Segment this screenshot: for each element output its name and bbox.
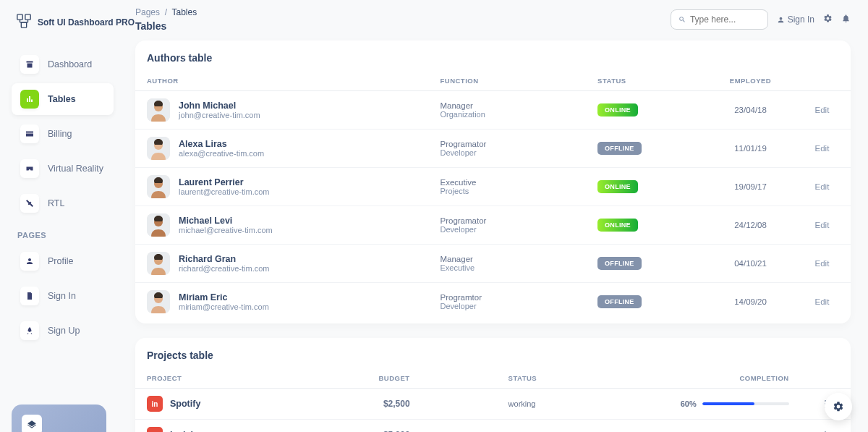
svg-rect-2: [21, 22, 26, 27]
main-content: Pages / Tables Tables Sign In A: [127, 0, 868, 432]
settings-fab[interactable]: [825, 393, 852, 420]
search-icon: [678, 15, 686, 24]
edit-link[interactable]: Edit: [793, 245, 851, 283]
author-subfunction: Developer: [440, 148, 574, 157]
nav-item-label: Billing: [48, 129, 72, 139]
status-badge: ONLINE: [597, 180, 638, 193]
nav-item-dashboard[interactable]: Dashboard: [12, 48, 114, 80]
edit-link[interactable]: Edit: [793, 283, 851, 321]
employed-date: 23/04/18: [707, 91, 793, 130]
svg-rect-1: [25, 14, 30, 20]
author-name: Richard Gran: [179, 254, 269, 264]
breadcrumb-current: Tables: [171, 7, 197, 17]
employed-date: 11/01/19: [707, 130, 793, 168]
projects-card: Projects table PROJECT BUDGET STATUS COM…: [135, 338, 851, 432]
authors-table: AUTHOR FUNCTION STATUS EMPLOYED John Mic…: [135, 71, 851, 321]
more-icon[interactable]: ⋮: [801, 420, 851, 433]
edit-link[interactable]: Edit: [793, 130, 851, 168]
user-icon: [777, 16, 785, 24]
avatar: [147, 252, 170, 275]
nav-item-sign-up[interactable]: Sign Up: [12, 315, 114, 347]
author-function: Programator: [440, 216, 574, 225]
brand-text: Soft UI Dashboard PRO: [38, 17, 135, 27]
employed-date: 14/09/20: [707, 283, 793, 321]
status-badge: OFFLINE: [597, 142, 642, 155]
breadcrumb: Pages / Tables: [135, 7, 197, 17]
author-row: Miriam Eric miriam@creative-tim.com Prog…: [135, 283, 851, 321]
shop-icon: [20, 55, 39, 74]
author-subfunction: Executive: [440, 263, 574, 272]
nav-item-sign-in[interactable]: Sign In: [12, 280, 114, 312]
nav-item-label: Profile: [48, 256, 73, 266]
authors-card: Authors table AUTHOR FUNCTION STATUS EMP…: [135, 41, 851, 323]
col-author: AUTHOR: [135, 71, 428, 91]
col-employed: EMPLOYED: [707, 71, 793, 91]
author-subfunction: Developer: [440, 302, 574, 310]
author-subfunction: Organization: [440, 110, 574, 119]
author-subfunction: Projects: [440, 187, 574, 195]
projects-table: PROJECT BUDGET STATUS COMPLETION in Spot…: [135, 368, 851, 432]
author-email: john@creative-tim.com: [179, 111, 260, 119]
signin-label: Sign In: [788, 14, 814, 25]
nav-item-billing[interactable]: Billing: [12, 118, 114, 150]
status-badge: OFFLINE: [597, 295, 642, 308]
project-status: done: [422, 420, 600, 433]
progress-bar: [702, 402, 754, 405]
col-project: PROJECT: [135, 368, 328, 389]
nav-item-rtl[interactable]: RTL: [12, 187, 114, 219]
sidebar: Soft UI Dashboard PRO DashboardTablesBil…: [0, 0, 119, 432]
progress-track: [702, 402, 789, 405]
user-icon: [20, 252, 39, 271]
bell-icon[interactable]: [841, 14, 851, 25]
author-row: John Michael john@creative-tim.com Manag…: [135, 91, 851, 130]
search-input[interactable]: [690, 14, 760, 25]
edit-link[interactable]: Edit: [793, 206, 851, 245]
author-email: richard@creative-tim.com: [179, 264, 269, 273]
edit-link[interactable]: Edit: [793, 91, 851, 130]
avatar: [147, 137, 170, 160]
col-budget: BUDGET: [328, 368, 422, 389]
rocket-icon: [20, 321, 39, 340]
author-function: Manager: [440, 255, 574, 263]
project-name: Spotify: [170, 399, 200, 409]
employed-date: 04/10/21: [707, 245, 793, 283]
edit-link[interactable]: Edit: [793, 168, 851, 206]
author-name: Miriam Eric: [179, 292, 269, 302]
project-status: working: [422, 389, 600, 420]
brand[interactable]: Soft UI Dashboard PRO: [16, 13, 114, 31]
status-badge: OFFLINE: [597, 257, 642, 270]
nav-item-label: Dashboard: [48, 59, 92, 69]
nav-item-profile[interactable]: Profile: [12, 245, 114, 277]
author-row: Richard Gran richard@creative-tim.com Ma…: [135, 245, 851, 283]
authors-card-title: Authors table: [135, 52, 851, 71]
avatar: [147, 98, 170, 122]
brand-icon: [16, 13, 32, 31]
nav-item-label: RTL: [48, 198, 64, 208]
doc-icon: [20, 287, 39, 305]
author-email: laurent@creative-tim.com: [179, 187, 269, 196]
settings-icon[interactable]: [823, 14, 833, 25]
tools-icon: [20, 194, 39, 213]
nav-item-label: Sign Up: [48, 326, 80, 336]
avatar: [147, 175, 170, 198]
project-row: in Spotify $2,500 working 60% ⋮: [135, 389, 851, 420]
signin-link[interactable]: Sign In: [777, 14, 814, 25]
employed-date: 24/12/08: [707, 206, 793, 245]
nav-item-virtual-reality[interactable]: Virtual Reality: [12, 153, 114, 185]
nav-item-tables[interactable]: Tables: [12, 83, 114, 115]
page-title: Tables: [135, 20, 197, 32]
svg-rect-0: [17, 14, 22, 20]
author-email: miriam@creative-tim.com: [179, 302, 269, 311]
breadcrumb-root[interactable]: Pages: [135, 7, 160, 17]
col-function: FUNCTION: [428, 71, 586, 91]
project-icon: in: [147, 427, 163, 432]
search-box[interactable]: [671, 9, 768, 30]
help-icon: [22, 415, 42, 432]
author-name: Laurent Perrier: [179, 177, 269, 187]
col-completion: COMPLETION: [600, 368, 801, 389]
author-name: Alexa Liras: [179, 139, 264, 149]
author-subfunction: Developer: [440, 225, 574, 234]
employed-date: 19/09/17: [707, 168, 793, 206]
author-function: Programtor: [440, 293, 574, 302]
col-status: STATUS: [586, 71, 707, 91]
